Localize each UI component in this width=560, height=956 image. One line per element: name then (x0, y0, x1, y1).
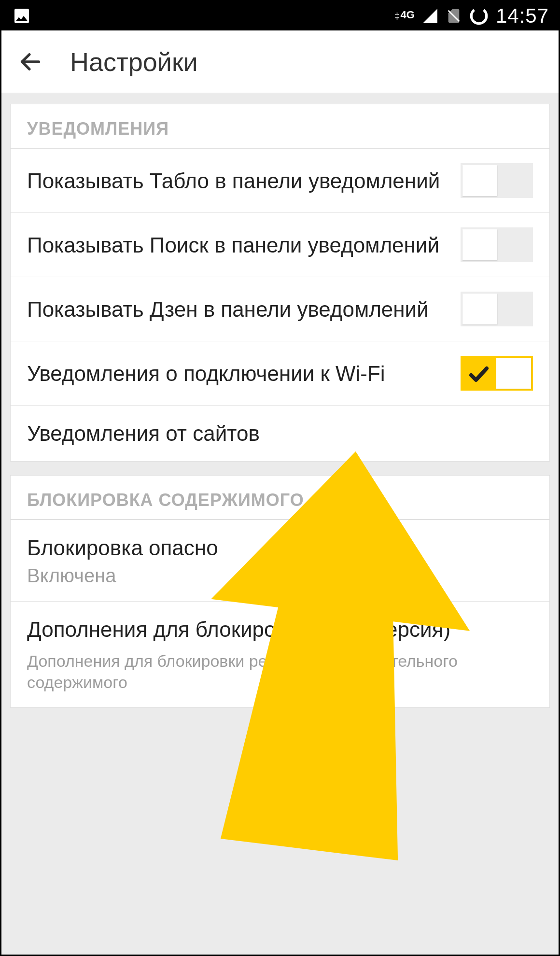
setting-sublabel: Включена (27, 565, 523, 587)
setting-danger-block[interactable]: Блокировка опасно Включена (11, 520, 549, 602)
setting-label: Уведомления о подключении к Wi-Fi (27, 360, 461, 387)
setting-tablo[interactable]: Показывать Табло в панели уведомлений (11, 149, 549, 213)
setting-block-addons[interactable]: Дополнения для блокировки (Бета-версия) … (11, 602, 549, 707)
loading-icon (469, 6, 489, 26)
setting-site-notifications[interactable]: Уведомления от сайтов (11, 406, 549, 461)
setting-label: Дополнения для блокировки (Бета-версия) (27, 616, 523, 643)
section-header-notifications: УВЕДОМЛЕНИЯ (11, 104, 549, 149)
sdcard-icon (446, 6, 462, 26)
clock: 14:57 (496, 4, 549, 28)
setting-label: Блокировка опасно (27, 534, 523, 561)
page-title: Настройки (70, 47, 198, 77)
status-bar: ‡ 4G 14:57 (1, 1, 559, 30)
toggle-zen[interactable] (461, 292, 533, 326)
section-header-blocking: БЛОКИРОВКА СОДЕРЖИМОГО (11, 476, 549, 520)
toggle-tablo[interactable] (461, 163, 533, 198)
setting-label: Показывать Поиск в панели уведомлений (27, 232, 461, 258)
setting-search[interactable]: Показывать Поиск в панели уведомлений (11, 213, 549, 277)
toggle-wifi[interactable] (461, 356, 533, 391)
back-button[interactable] (17, 48, 44, 75)
setting-label: Показывать Дзен в панели уведомлений (27, 296, 461, 323)
setting-wifi[interactable]: Уведомления о подключении к Wi-Fi (11, 341, 549, 406)
signal-icon (421, 7, 439, 25)
setting-zen[interactable]: Показывать Дзен в панели уведомлений (11, 277, 549, 341)
check-icon (467, 363, 490, 386)
section-notifications: УВЕДОМЛЕНИЯ Показывать Табло в панели ув… (10, 104, 550, 462)
network-indicator: ‡ 4G (395, 10, 415, 22)
picture-icon (11, 6, 32, 26)
setting-label: Уведомления от сайтов (27, 420, 533, 447)
svg-point-0 (469, 6, 489, 26)
app-header: Настройки (1, 30, 559, 93)
setting-label: Показывать Табло в панели уведомлений (27, 168, 461, 194)
settings-content: УВЕДОМЛЕНИЯ Показывать Табло в панели ув… (1, 93, 559, 955)
section-blocking: БЛОКИРОВКА СОДЕРЖИМОГО Блокировка опасно… (10, 475, 550, 708)
setting-description: Дополнения для блокировки рекламы и неже… (27, 650, 523, 693)
toggle-search[interactable] (461, 227, 533, 262)
